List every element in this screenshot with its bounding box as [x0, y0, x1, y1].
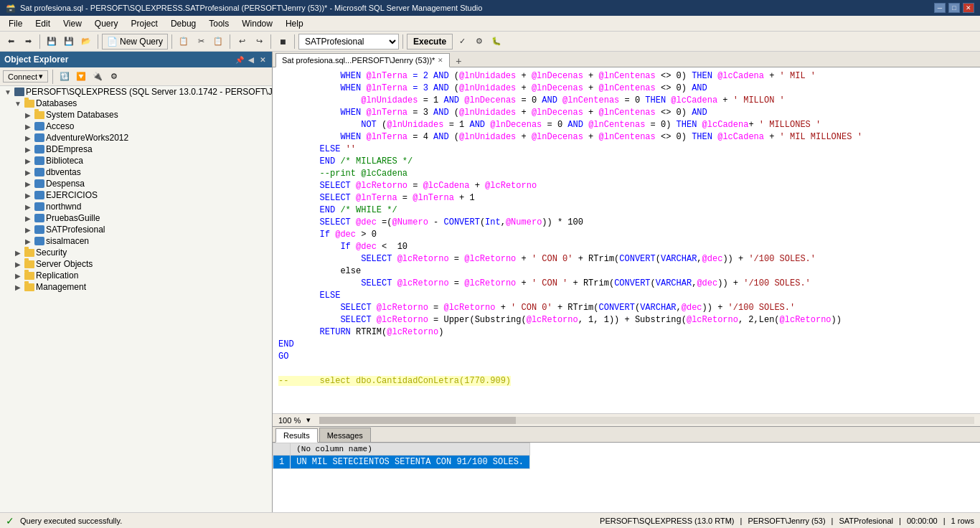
- tree-dbventas[interactable]: ▶ dbventas: [0, 166, 272, 178]
- security-folder-icon: [23, 248, 36, 258]
- minimize-button[interactable]: ─: [934, 3, 946, 13]
- ejercicios-db-icon: [33, 190, 46, 200]
- replication-expand-icon[interactable]: ▶: [13, 272, 23, 280]
- despensa-label: Despensa: [46, 179, 85, 189]
- oe-properties-button[interactable]: ⚙: [107, 70, 121, 83]
- tree-server-objects[interactable]: ▶ Server Objects: [0, 258, 272, 270]
- acceso-expand-icon[interactable]: ▶: [23, 123, 33, 131]
- messages-tab-label: Messages: [327, 431, 363, 440]
- bdempresa-label: BDEmpresa: [46, 144, 93, 154]
- table-row[interactable]: 1 UN MIL SETECIENTOS SETENTA CON 91/100 …: [273, 456, 530, 469]
- despensa-expand-icon[interactable]: ▶: [23, 180, 33, 188]
- tree-security[interactable]: ▶ Security: [0, 247, 272, 258]
- stop-button[interactable]: ⏹: [275, 34, 291, 50]
- aw-expand-icon[interactable]: ▶: [23, 134, 33, 142]
- results-tab-results[interactable]: Results: [275, 428, 318, 443]
- security-label: Security: [36, 248, 67, 258]
- tree-sisalmacen[interactable]: ▶ sisalmacen: [0, 235, 272, 247]
- save-all-button[interactable]: 💾: [61, 34, 77, 50]
- menu-debug[interactable]: Debug: [165, 17, 202, 30]
- new-query-button[interactable]: 📄 New Query: [102, 34, 168, 50]
- management-expand-icon[interactable]: ▶: [13, 283, 23, 291]
- close-button[interactable]: ✕: [963, 3, 974, 13]
- tree-pruebasguille[interactable]: ▶ PruebasGuille: [0, 212, 272, 224]
- sisalmacen-expand-icon[interactable]: ▶: [23, 237, 33, 245]
- tree-adventureworks[interactable]: ▶ AdventureWorks2012: [0, 132, 272, 143]
- menu-file[interactable]: File: [3, 17, 28, 30]
- menu-edit[interactable]: Edit: [29, 17, 56, 30]
- copy-button[interactable]: 📋: [176, 34, 192, 50]
- tab-close-button[interactable]: ✕: [438, 57, 443, 64]
- execute-button[interactable]: Execute: [407, 34, 453, 50]
- results-panel: Results Messages (No column name): [273, 426, 980, 512]
- tree-management[interactable]: ▶ Management: [0, 281, 272, 293]
- editor-footer: 100 % ▾: [273, 413, 980, 426]
- system-db-expand-icon[interactable]: ▶: [23, 111, 33, 119]
- cut-button[interactable]: ✂: [193, 34, 209, 50]
- oe-disconnect-button[interactable]: 🔌: [90, 70, 105, 83]
- databases-node[interactable]: ▼ Databases: [0, 98, 272, 109]
- redo-button[interactable]: ↪: [251, 34, 267, 50]
- back-button[interactable]: ⬅: [3, 34, 19, 50]
- server-node[interactable]: ▼ PERSOFT\SQLEXPRESS (SQL Server 13.0.17…: [0, 86, 272, 98]
- tree-system-databases[interactable]: ▶ System Databases: [0, 109, 272, 121]
- status-separator-1: |: [740, 517, 743, 525]
- tree-ejercicios[interactable]: ▶ EJERCICIOS: [0, 189, 272, 201]
- new-query-label: New Query: [120, 37, 163, 47]
- open-button[interactable]: 📂: [78, 34, 94, 50]
- restore-button[interactable]: □: [948, 3, 960, 13]
- menu-bar: File Edit View Query Project Debug Tools…: [0, 16, 980, 32]
- connect-label: Connect: [8, 72, 37, 81]
- dbventas-expand-icon[interactable]: ▶: [23, 169, 33, 176]
- oe-pin-button[interactable]: 📌: [235, 56, 245, 64]
- query-tab[interactable]: Sat profesiona.sql...PERSOFT\Jenrry (53)…: [275, 53, 450, 67]
- databases-expand-icon[interactable]: ▼: [13, 100, 23, 108]
- results-tab-messages[interactable]: Messages: [319, 428, 371, 442]
- code-editor[interactable]: WHEN @lnTerna = 2 AND (@lnUnidades + @ln…: [273, 67, 980, 413]
- oe-toolbar: Connect ▾ 🔃 🔽 🔌 ⚙: [0, 67, 272, 86]
- menu-query[interactable]: Query: [89, 17, 124, 30]
- menu-help[interactable]: Help: [280, 17, 309, 30]
- save-button[interactable]: 💾: [44, 34, 60, 50]
- tree-despensa[interactable]: ▶ Despensa: [0, 178, 272, 189]
- tree-acceso[interactable]: ▶ Acceso: [0, 121, 272, 132]
- status-separator-3: |: [899, 517, 901, 525]
- biblioteca-expand-icon[interactable]: ▶: [23, 157, 33, 165]
- check-button[interactable]: ✓: [454, 34, 470, 50]
- server-expand-icon[interactable]: ▼: [3, 88, 13, 96]
- northwnd-expand-icon[interactable]: ▶: [23, 203, 33, 211]
- results-table: (No column name) 1 UN MIL SETECIENTOS SE…: [273, 443, 530, 469]
- bdempresa-expand-icon[interactable]: ▶: [23, 146, 33, 154]
- server-objects-expand-icon[interactable]: ▶: [13, 260, 23, 268]
- paste-button[interactable]: 📋: [210, 34, 226, 50]
- oe-filter-button[interactable]: 🔽: [74, 70, 88, 83]
- ejercicios-expand-icon[interactable]: ▶: [23, 192, 33, 199]
- tree-northwnd[interactable]: ▶ northwnd: [0, 201, 272, 212]
- menu-window[interactable]: Window: [236, 17, 278, 30]
- bdempresa-db-icon: [33, 144, 46, 154]
- parse-button[interactable]: ⚙: [471, 34, 487, 50]
- tree-satprofesional[interactable]: ▶ SATProfesional: [0, 224, 272, 235]
- new-query-icon: 📄: [107, 37, 118, 47]
- tree-replication[interactable]: ▶ Replication: [0, 270, 272, 281]
- security-expand-icon[interactable]: ▶: [13, 249, 23, 257]
- pruebasguille-expand-icon[interactable]: ▶: [23, 214, 33, 222]
- oe-refresh-button[interactable]: 🔃: [57, 70, 72, 83]
- results-tab-label: Results: [283, 431, 310, 440]
- sat-expand-icon[interactable]: ▶: [23, 226, 33, 234]
- menu-project[interactable]: Project: [126, 17, 164, 30]
- query-status-bar: ✓ Query executed successfully. PERSOFT\S…: [0, 512, 980, 528]
- database-selector[interactable]: SATProfesional: [298, 34, 399, 50]
- tree-biblioteca[interactable]: ▶ Biblioteca: [0, 155, 272, 166]
- oe-arrow-button[interactable]: ◀: [246, 56, 256, 64]
- tab-add-button[interactable]: +: [451, 55, 466, 67]
- status-ok-icon: ✓: [6, 515, 14, 527]
- connect-button[interactable]: Connect ▾: [3, 70, 48, 82]
- menu-view[interactable]: View: [57, 17, 88, 30]
- debug-button[interactable]: 🐛: [489, 34, 504, 50]
- forward-button[interactable]: ➡: [20, 34, 36, 50]
- tree-bdempresa[interactable]: ▶ BDEmpresa: [0, 143, 272, 155]
- oe-close-button[interactable]: ✕: [258, 56, 268, 64]
- undo-button[interactable]: ↩: [234, 34, 250, 50]
- menu-tools[interactable]: Tools: [203, 17, 235, 30]
